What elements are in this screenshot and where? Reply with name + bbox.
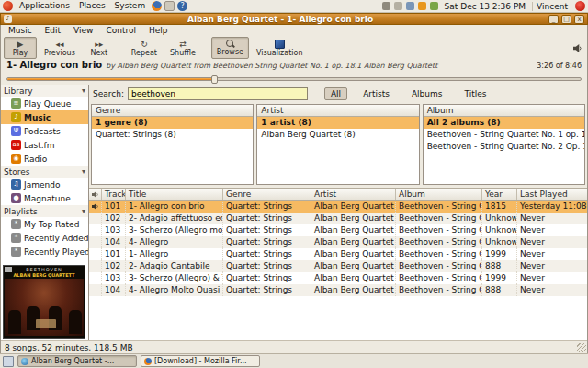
filter-all-button[interactable]: All [324, 87, 347, 100]
cell-genre: Quartet: Strings [223, 260, 311, 272]
playing-indicator [89, 284, 102, 296]
column-header-artist[interactable]: Artist [311, 189, 396, 200]
chevron-down-icon: ▾ [82, 167, 85, 176]
sidebar-section-library[interactable]: Library▾ [1, 85, 88, 97]
clock[interactable]: Sat Dec 13 2:36 PM [442, 2, 529, 11]
panel-menu-applications[interactable]: Applications [16, 0, 74, 12]
help-launcher-icon[interactable]: ? [177, 1, 187, 11]
volume-button[interactable] [573, 44, 584, 52]
statusbar: 8 songs, 52 minutes, 118.5 MB [1, 340, 587, 353]
sidebar-section-playlists[interactable]: Playlists▾ [1, 205, 88, 217]
column-header-title[interactable]: Title [126, 189, 223, 200]
browser-item[interactable]: All 2 albums (8) [424, 117, 584, 129]
cell-track: 101 [102, 248, 126, 260]
column-header-album[interactable]: Album [396, 189, 482, 200]
sidebar-item-my-top-rated[interactable]: *My Top Rated [1, 217, 88, 231]
sidebar-item-label: Podcasts [24, 127, 61, 136]
menu-view[interactable]: View [68, 25, 98, 36]
logout-icon[interactable] [575, 1, 585, 11]
cell-title: 3- Scherzo (Allegro) & Trio [126, 272, 223, 284]
notification-tray-icon[interactable] [394, 2, 402, 10]
cell-title: 1- Allegro con brio [126, 201, 223, 213]
cell-genre: Quartet: Strings [223, 236, 311, 248]
header-playing-column[interactable] [89, 189, 102, 200]
sidebar-section-label: Stores [4, 167, 29, 177]
browser-item[interactable]: Beethoven - String Quartet No. 2 Op. 18.… [424, 141, 584, 153]
toolbar-browse-button[interactable]: Browse [211, 37, 249, 59]
sidebar-section-stores[interactable]: Stores▾ [1, 166, 88, 178]
browser-item[interactable]: Beethoven - String Quartet No. 1 op. 18.… [424, 129, 584, 141]
column-header-track[interactable]: Track [102, 189, 126, 200]
filter-titles-button[interactable]: Titles [458, 87, 492, 100]
taskbar-window-rhythmbox[interactable]: Alban Berg Quartet -... [17, 355, 137, 367]
seek-trough[interactable] [6, 77, 582, 81]
record-label-logo [5, 267, 12, 272]
toolbar-next-button[interactable]: ▸▸Next [83, 37, 116, 59]
column-header-genre[interactable]: Genre [223, 189, 311, 200]
play-icon: ▶ [17, 40, 24, 49]
user-menu[interactable]: Vincent [532, 2, 571, 11]
statusbar-text: 8 songs, 52 minutes, 118.5 MB [5, 343, 133, 352]
browser-item[interactable]: 1 artist (8) [257, 117, 418, 129]
sidebar-item-label: My Top Rated [24, 220, 79, 229]
taskbar-window-firefox[interactable]: [Download] - Mozilla Fir... [141, 355, 260, 367]
table-row[interactable]: 1022- Adagio CantabileQuartet: StringsAl… [89, 260, 587, 272]
cell-track: 102 [102, 260, 126, 272]
minimize-button[interactable]: _ [548, 15, 559, 24]
column-header-year[interactable]: Year [482, 189, 517, 200]
filter-artists-button[interactable]: Artists [356, 87, 396, 100]
toolbar-visualization-button[interactable]: Visualization [251, 37, 309, 59]
toolbar-shuffle-button[interactable]: ⇄Shuffle [164, 37, 201, 59]
battery-tray-icon[interactable] [430, 2, 438, 10]
table-row[interactable]: 1011- Allegro con brioQuartet: StringsAl… [89, 201, 587, 213]
browser-header-album[interactable]: Album [424, 105, 584, 117]
maximize-button[interactable]: □ [561, 15, 571, 24]
table-row[interactable]: 1033- Scherzo (Allegro molto) & TriQuart… [89, 224, 587, 236]
browser-header-artist[interactable]: Artist [257, 105, 418, 117]
sidebar-item-play-queue[interactable]: ≡Play Queue [1, 97, 88, 110]
mail-launcher-icon[interactable] [164, 1, 175, 11]
panel-menu-system[interactable]: System [111, 0, 150, 12]
update-tray-icon[interactable] [418, 2, 426, 10]
menu-edit[interactable]: Edit [40, 25, 66, 36]
filter-albums-button[interactable]: Albums [405, 87, 449, 100]
toolbar-play-button[interactable]: ▶Play [4, 37, 37, 59]
sidebar-item-magnatune[interactable]: ●Magnatune [1, 191, 88, 205]
menu-music[interactable]: Music [3, 25, 38, 36]
browser-item[interactable]: Alban Berg Quartet (8) [257, 129, 418, 141]
browser-item[interactable]: Quartet: Strings (8) [92, 129, 253, 141]
volume-tray-icon[interactable] [382, 2, 390, 10]
toolbar-repeat-button[interactable]: ↻Repeat [126, 37, 163, 59]
column-header-last-played[interactable]: Last Played [517, 189, 587, 200]
window-titlebar[interactable]: ♪ Alban Berg Quartet - 1- Allegro con br… [0, 13, 588, 25]
table-row[interactable]: 1044- Allegro Molto Quasi PrestoQuartet:… [89, 284, 587, 296]
sidebar-item-music[interactable]: ♪Music [1, 110, 88, 124]
network-tray-icon[interactable] [406, 2, 414, 10]
show-desktop-icon[interactable] [3, 356, 14, 367]
ubuntu-logo-icon[interactable] [3, 1, 13, 11]
sidebar-item-last-fm[interactable]: asLast.fm [1, 138, 88, 152]
firefox-launcher-icon[interactable] [152, 1, 162, 11]
now-playing-elapsed: 3:26 of 8:46 [537, 62, 582, 70]
sidebar-item-recently-played[interactable]: *Recently Played [1, 245, 88, 259]
menu-control[interactable]: Control [100, 25, 141, 36]
sidebar-item-recently-added[interactable]: *Recently Added [1, 231, 88, 245]
table-row[interactable]: 1033- Scherzo (Allegro) & TrioQuartet: S… [89, 272, 587, 284]
menu-help[interactable]: Help [143, 25, 174, 36]
table-row[interactable]: 1044- AllegroQuartet: StringsAlban Berg … [89, 236, 587, 248]
sidebar-item-radio[interactable]: ◉Radio [1, 152, 88, 166]
search-input[interactable] [128, 87, 308, 100]
sidebar-item-jamendo[interactable]: ♫Jamendo [1, 178, 88, 191]
cell-last_played: Never [517, 272, 587, 284]
resize-grip[interactable] [577, 343, 586, 352]
toolbar-previous-button[interactable]: ◂◂Previous [39, 37, 81, 59]
panel-menu-places[interactable]: Places [75, 0, 109, 12]
table-row[interactable]: 1011- AllegroQuartet: StringsAlban Berg … [89, 248, 587, 260]
browser-header-genre[interactable]: Genre [92, 105, 253, 117]
seek-thumb[interactable] [211, 75, 218, 84]
sidebar-item-podcasts[interactable]: ΨPodcasts [1, 124, 88, 138]
browser-item[interactable]: 1 genre (8) [92, 117, 253, 129]
album-art-photo [5, 279, 84, 336]
table-row[interactable]: 1022- Adagio affettuoso ed appas...Quart… [89, 213, 587, 224]
close-button[interactable]: x [574, 15, 584, 24]
